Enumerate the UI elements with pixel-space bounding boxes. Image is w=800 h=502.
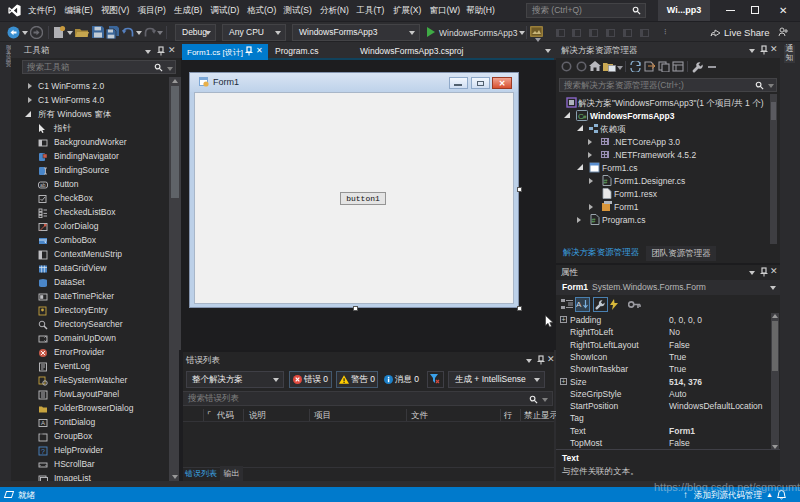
svg-text:#: # xyxy=(604,178,608,185)
svg-text:#: # xyxy=(592,217,596,224)
svg-text:#: # xyxy=(583,114,587,120)
svg-text:A: A xyxy=(576,300,582,309)
svg-text:A: A xyxy=(41,420,45,426)
svg-text:?: ? xyxy=(41,448,45,455)
svg-text:ab: ab xyxy=(40,182,46,188)
